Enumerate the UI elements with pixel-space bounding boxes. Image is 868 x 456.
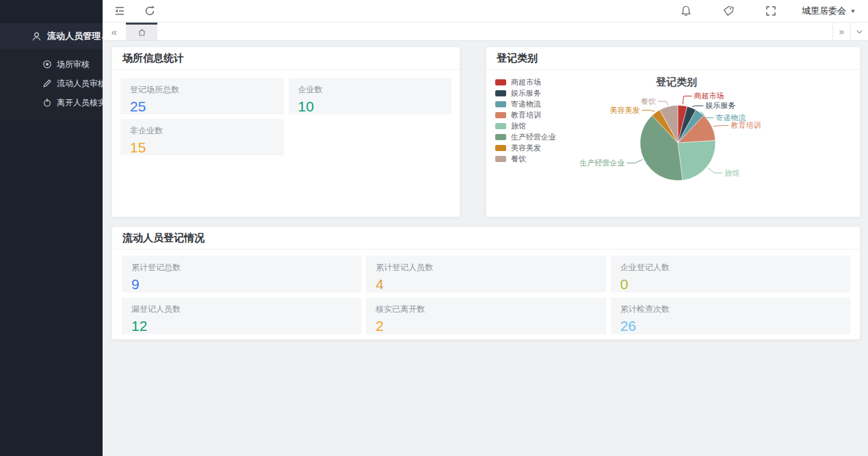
legend-label: 旅馆: [511, 121, 526, 131]
page-content: 场所信息统计 登记场所总数 25 企业数 10 非企业数: [103, 41, 868, 456]
tag-icon[interactable]: [722, 5, 735, 17]
stat-box-enterprise-persons: 企业登记人数 0: [611, 256, 850, 293]
pie-label-line: [627, 159, 643, 163]
sidebar-item-person-review[interactable]: 流动人员审核(村): [0, 74, 103, 93]
legend-label: 美容美发: [511, 143, 541, 153]
pie-slice[interactable]: [678, 141, 715, 180]
card-title: 流动人员登记情况: [122, 232, 205, 245]
stat-label: 累计登记人员数: [376, 262, 596, 273]
pie-label: 寄递物流: [716, 113, 746, 122]
legend-swatch: [495, 101, 506, 107]
card-header: 登记类别: [486, 47, 860, 70]
stat-label: 登记场所总数: [130, 84, 274, 96]
card-person-stats: 流动人员登记情况 累计登记总数 9 累计登记人员数 4 企业登记人数 0: [111, 226, 860, 340]
sidebar-menu-title: 流动人员管理: [47, 30, 101, 42]
tabs-menu-button[interactable]: [850, 23, 868, 40]
pie-label: 生产经营企业: [580, 159, 625, 167]
bell-icon[interactable]: [680, 5, 692, 17]
legend-swatch: [495, 112, 506, 118]
org-dropdown[interactable]: 城里居委会 ▼: [802, 5, 856, 17]
legend-label: 餐饮: [511, 154, 526, 164]
stat-value: 15: [130, 139, 274, 156]
pie-label-line: [658, 101, 668, 105]
legend-label: 商超市场: [511, 77, 541, 88]
legend-item[interactable]: 娱乐服务: [495, 88, 556, 98]
fullscreen-icon[interactable]: [765, 5, 777, 17]
user-icon: [31, 31, 42, 42]
card-category: 登记类别 登记类别商超市场娱乐服务寄递物流教育培训旅馆生产经营企业美容美发餐饮 …: [486, 46, 860, 217]
tabs-scroll-left-button[interactable]: «: [103, 23, 126, 40]
sidebar-item-place-review[interactable]: 场所审核: [0, 55, 103, 74]
legend-item[interactable]: 寄递物流: [495, 98, 556, 109]
pie-label: 教育培训: [731, 121, 761, 129]
legend-item[interactable]: 美容美发: [495, 142, 556, 153]
refresh-icon[interactable]: [144, 5, 156, 17]
legend-swatch: [495, 123, 506, 129]
sidebar-item-label: 场所审核: [57, 59, 90, 70]
sidebar-item-label: 离开人员核实: [57, 97, 106, 109]
topbar-right: 城里居委会 ▼: [650, 5, 856, 17]
app-window: 流动人员管理 ▲ 场所审核 流动人员审核(村): [0, 0, 868, 456]
pie-label: 商超市场: [694, 92, 724, 100]
stat-label: 企业数: [298, 84, 443, 96]
chevron-down-icon: [856, 28, 863, 36]
main-area: 城里居委会 ▼ « »: [103, 0, 868, 456]
stat-label: 核实已离开数: [376, 304, 596, 315]
stat-box-verified-left: 核实已离开数 2: [366, 297, 605, 334]
legend-item[interactable]: 商超市场: [495, 77, 556, 88]
stat-box-registered-persons: 累计登记人员数 4: [366, 256, 605, 293]
org-name: 城里居委会: [802, 5, 846, 17]
pie-label: 旅馆: [724, 169, 739, 177]
tabbar-controls: »: [832, 23, 868, 40]
legend-swatch: [495, 145, 506, 151]
card-header: 场所信息统计: [112, 47, 460, 70]
tabbar: « »: [103, 23, 868, 41]
stat-value: 0: [620, 276, 841, 293]
home-icon: [137, 28, 146, 37]
stat-label: 企业登记人数: [620, 262, 841, 273]
card-place-stats: 场所信息统计 登记场所总数 25 企业数 10 非企业数: [111, 46, 460, 217]
legend-label: 教育培训: [511, 110, 541, 120]
stat-value: 12: [131, 318, 352, 334]
legend-item[interactable]: 旅馆: [495, 120, 556, 131]
legend-item[interactable]: 生产经营企业: [495, 131, 556, 142]
stat-label: 累计登记总数: [131, 262, 352, 273]
menu-fold-icon[interactable]: [114, 5, 126, 17]
stat-box-enterprises: 企业数 10: [289, 78, 452, 114]
legend-item[interactable]: 餐饮: [495, 153, 556, 164]
stat-box-missed-persons: 漏登记人员数 12: [122, 297, 361, 334]
pie-label-line: [708, 167, 722, 173]
legend-swatch: [495, 156, 506, 162]
stat-value: 25: [130, 98, 274, 115]
pie-label-line: [713, 126, 729, 126]
card-header: 流动人员登记情况: [112, 227, 860, 250]
pie-label-line: [683, 96, 692, 105]
stat-value: 10: [298, 98, 443, 115]
stat-value: 26: [620, 318, 841, 334]
person-stats-grid: 累计登记总数 9 累计登记人员数 4 企业登记人数 0 漏登记人员数 12: [112, 250, 860, 343]
stat-value: 4: [376, 276, 596, 293]
sidebar-submenu-header[interactable]: 流动人员管理 ▲: [0, 23, 103, 49]
tabs-scroll-right-button[interactable]: »: [832, 23, 850, 40]
sidebar: 流动人员管理 ▲ 场所审核 流动人员审核(村): [0, 0, 103, 456]
legend-label: 生产经营企业: [511, 132, 556, 142]
target-icon: [42, 59, 52, 69]
stat-label: 累计检查次数: [620, 304, 841, 315]
stat-value: 9: [131, 276, 352, 293]
sidebar-item-leave-verify[interactable]: 离开人员核实: [0, 93, 103, 112]
legend-swatch: [495, 79, 506, 85]
card-title: 登记类别: [497, 52, 538, 65]
pie-label: 餐饮: [641, 97, 656, 105]
stat-label: 非企业数: [130, 125, 274, 137]
stat-label: 漏登记人员数: [131, 304, 352, 315]
legend-swatch: [495, 90, 506, 96]
pie-label-line: [692, 106, 703, 107]
stat-box-total-registrations: 累计登记总数 9: [122, 256, 361, 293]
legend-item[interactable]: 教育培训: [495, 109, 556, 120]
stat-box-registered-places: 登记场所总数 25: [120, 78, 284, 114]
legend-label: 寄递物流: [511, 99, 541, 109]
category-chart-area: 登记类别商超市场娱乐服务寄递物流教育培训旅馆生产经营企业美容美发餐饮 商超市场娱…: [486, 70, 860, 217]
tab-home[interactable]: [126, 23, 157, 40]
caret-down-icon: ▼: [850, 8, 856, 14]
pie-label-line: [642, 110, 655, 111]
